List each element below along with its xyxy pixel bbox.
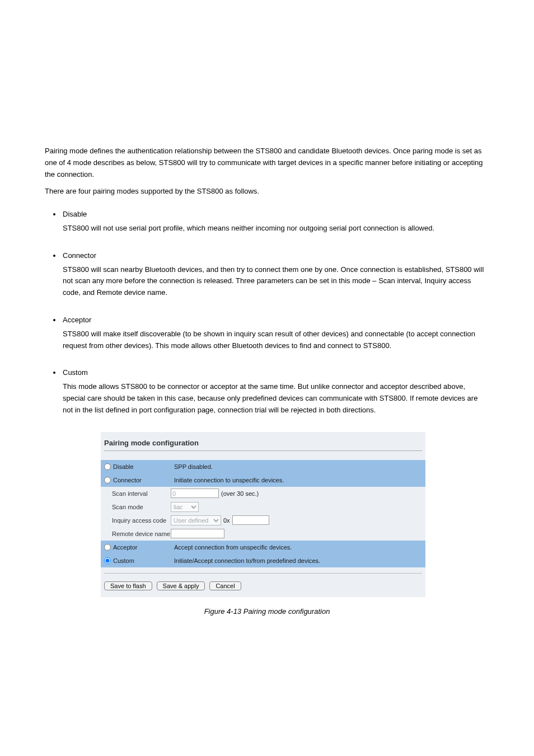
iac-select[interactable]: User defined xyxy=(171,515,221,525)
option-desc: SPP disabled. xyxy=(174,463,213,470)
save-to-flash-button[interactable]: Save to flash xyxy=(104,581,152,590)
panel-title: Pairing mode configuration xyxy=(101,432,425,449)
option-desc: Accept connection from unspecific device… xyxy=(174,544,292,551)
panel-divider xyxy=(104,450,422,451)
button-row: Save to flash Save & apply Cancel xyxy=(101,581,425,597)
radio-custom[interactable] xyxy=(104,557,111,564)
pairing-config-panel: Pairing mode configuration Disable SPP d… xyxy=(101,432,425,597)
option-row-custom: Custom Initiate/Accept connection to/fro… xyxy=(101,554,425,567)
field-row-remote-name: Remote device name xyxy=(101,527,425,541)
option-desc: Initiate/Accept connection to/from prede… xyxy=(174,557,320,564)
intro-paragraph-1: Pairing mode defines the authentication … xyxy=(45,145,489,180)
panel-divider-bottom xyxy=(104,573,422,574)
mode-item-connector: Connector STS800 will scan nearby Blueto… xyxy=(62,250,489,299)
radio-label: Connector xyxy=(113,477,142,483)
mode-name: Custom xyxy=(63,368,88,377)
mode-body: STS800 will make itself discoverable (to… xyxy=(63,328,489,352)
scan-mode-select[interactable]: liac xyxy=(171,502,199,512)
modes-list: Disable STS800 will not use serial port … xyxy=(62,209,489,416)
mode-item-acceptor: Acceptor STS800 will make itself discove… xyxy=(62,314,489,351)
mode-name: Acceptor xyxy=(63,316,91,324)
option-desc: Initiate connection to unspecific device… xyxy=(174,477,284,483)
intro-paragraph-2: There are four pairing modes supported b… xyxy=(45,186,489,198)
radio-label: Acceptor xyxy=(113,544,137,551)
scan-interval-input[interactable] xyxy=(171,489,219,498)
field-row-scan-mode: Scan mode liac xyxy=(101,500,425,514)
option-row-acceptor: Acceptor Accept connection from unspecif… xyxy=(101,541,425,554)
mode-body: STS800 will not use serial port profile,… xyxy=(63,223,489,234)
radio-label: Disable xyxy=(113,463,134,470)
cancel-button[interactable]: Cancel xyxy=(209,581,241,590)
mode-body: This mode allows STS800 to be connector … xyxy=(63,381,489,416)
field-row-iac: Inquiry access code User defined 0x xyxy=(101,514,425,527)
iac-hex-input[interactable] xyxy=(232,515,269,525)
mode-name: Connector xyxy=(63,251,96,260)
mode-item-disable: Disable STS800 will not use serial port … xyxy=(62,209,489,234)
radio-label: Custom xyxy=(113,557,134,564)
iac-prefix: 0x xyxy=(223,517,230,524)
option-row-disable: Disable SPP disabled. xyxy=(101,460,425,473)
remote-name-input[interactable] xyxy=(171,529,224,538)
field-label: Scan interval xyxy=(112,490,171,497)
save-apply-button[interactable]: Save & apply xyxy=(157,581,205,590)
mode-name: Disable xyxy=(63,210,87,218)
mode-item-custom: Custom This mode allows STS800 to be con… xyxy=(62,367,489,416)
mode-body: STS800 will scan nearby Bluetooth device… xyxy=(63,264,489,299)
radio-connector[interactable] xyxy=(104,477,111,483)
scan-interval-hint: (over 30 sec.) xyxy=(221,490,259,497)
field-label: Remote device name xyxy=(112,530,171,537)
option-row-connector: Connector Initiate connection to unspeci… xyxy=(101,473,425,487)
field-label: Inquiry access code xyxy=(112,517,171,524)
figure-caption: Figure 4-13 Pairing mode configuration xyxy=(45,607,489,616)
field-label: Scan mode xyxy=(112,504,171,510)
field-row-scan-interval: Scan interval (over 30 sec.) xyxy=(101,487,425,500)
body-text: Pairing mode defines the authentication … xyxy=(45,145,489,416)
radio-acceptor[interactable] xyxy=(104,544,111,551)
radio-disable[interactable] xyxy=(104,463,111,470)
